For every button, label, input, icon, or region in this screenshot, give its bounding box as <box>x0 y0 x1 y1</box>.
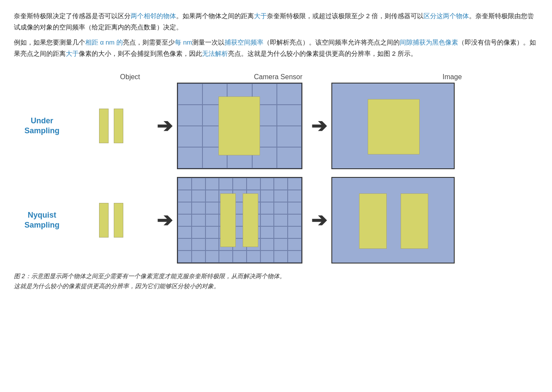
p2-mid5: 像素的大小，则不会捕捉到黑色像素，因此 <box>79 50 202 57</box>
nyquist-sensor-object2 <box>243 193 258 247</box>
p2-link5: 大于 <box>66 50 79 57</box>
nyquist-image-box <box>331 177 455 263</box>
nyquist-sensor-area <box>177 177 307 263</box>
under-sampling-label: Under Sampling <box>14 116 70 136</box>
nyquist-label-line1: Nyquist <box>28 211 56 219</box>
nyquist-sampling-row: Nyquist Sampling ➔ <box>14 177 459 263</box>
nyquist-image-object2 <box>401 193 428 249</box>
nyquist-object-area <box>70 203 152 238</box>
figure-caption: 图 2：示意图显示两个物体之间至少需要有一个像素宽度才能克服奈奎斯特极限，从而解… <box>14 271 538 291</box>
p2-link3: 捕获空间频率 <box>225 39 263 46</box>
diagram-rows: Under Sampling ➔ <box>14 83 538 263</box>
under-arrow1: ➔ <box>157 116 173 135</box>
p2-link4: 间隙捕获为黑色像素 <box>400 39 458 46</box>
p1-link1: 两个相邻的物体 <box>131 12 176 19</box>
under-image-box <box>331 83 455 169</box>
nyquist-image-object1 <box>359 193 387 249</box>
nyquist-obj-bar-left <box>99 203 109 238</box>
column-labels: Object Camera Sensor Image <box>14 71 538 83</box>
col-label-camera: Camera Sensor <box>209 71 347 83</box>
under-sensor-area <box>177 83 307 169</box>
under-label-line1: Under <box>31 116 53 125</box>
p1-link2: 大于 <box>254 12 267 19</box>
caption-line2: 这就是为什么较小的像素提供更高的分辨率，因为它们能够区分较小的对象。 <box>14 281 538 291</box>
under-object-area <box>70 109 152 143</box>
under-arrow2: ➔ <box>311 116 327 135</box>
under-label-line2: Sampling <box>24 126 59 135</box>
p2-link6: 无法解析 <box>202 50 228 57</box>
nyquist-sampling-label: Nyquist Sampling <box>14 210 70 231</box>
p1-mid: 。如果两个物体之间的距离 <box>176 12 254 19</box>
p1-text1: 奈奎斯特极限决定了传感器是否可以区分 <box>14 12 131 19</box>
under-sampling-row: Under Sampling ➔ <box>14 83 459 169</box>
p1-mid2: 奈奎斯特极限，或超过该极限至少 2 倍，则传感器可以 <box>267 12 424 19</box>
nyquist-arrow1: ➔ <box>157 211 173 230</box>
p1-link3: 区分这两个物体 <box>424 12 469 19</box>
nyquist-obj-bar-right <box>114 203 123 238</box>
under-obj-bar-left <box>99 109 109 143</box>
col-label-image: Image <box>385 71 519 83</box>
paragraph-1: 奈奎斯特极限决定了传感器是否可以区分两个相邻的物体。如果两个物体之间的距离大于奈… <box>14 10 538 32</box>
nyquist-sensor-grid <box>177 177 302 263</box>
p2-mid1: 亮点，则需要至少 <box>123 39 175 46</box>
nyquist-image-area <box>331 177 459 263</box>
diagram-section: Object Camera Sensor Image Under Samplin… <box>14 71 538 263</box>
p2-link1: 相距 α nm 的 <box>85 39 123 46</box>
nyquist-label-line2: Sampling <box>24 221 59 229</box>
caption-line1: 图 2：示意图显示两个物体之间至少需要有一个像素宽度才能克服奈奎斯特极限，从而解… <box>14 271 538 281</box>
nyquist-arrow2: ➔ <box>311 211 327 230</box>
under-obj-bar-right <box>114 109 123 143</box>
p2-link2: 每 nm <box>175 39 192 46</box>
p2-mid3: （即解析亮点）。该空间频率允许将亮点之间的 <box>263 39 400 46</box>
paragraph-2: 例如，如果您要测量几个相距 α nm 的亮点，则需要至少每 nm测量一次以捕获空… <box>14 37 538 59</box>
nyquist-sensor-object1 <box>220 193 236 247</box>
p2-text1: 例如，如果您要测量几个 <box>14 39 85 46</box>
col-label-object: Object <box>89 71 171 83</box>
p2-end: 亮点。这就是为什么较小的像素提供更高的分辨率，如图 2 所示。 <box>228 50 417 57</box>
under-image-area <box>331 83 459 169</box>
under-image-object <box>368 99 420 154</box>
under-sensor-object <box>218 96 260 155</box>
p2-mid2: 测量一次以 <box>192 39 225 46</box>
